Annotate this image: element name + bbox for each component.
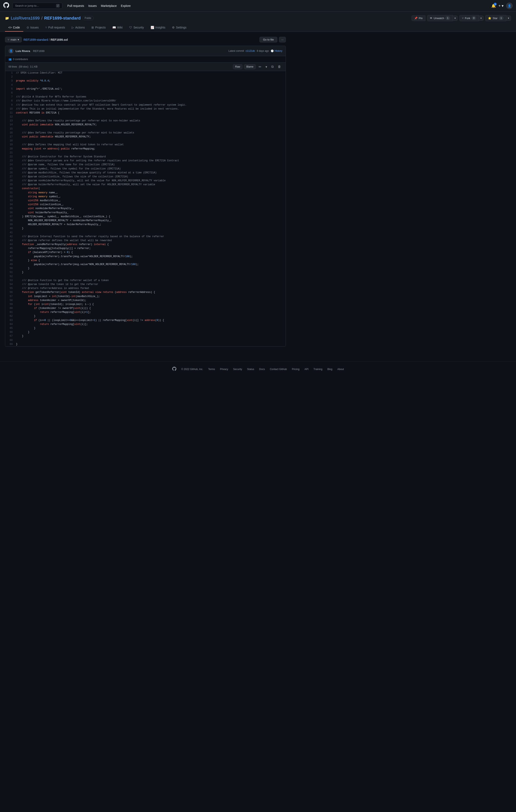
line-code: /// @notice Constructor for the Referrer… [15,155,285,159]
breadcrumb-sep: / [49,38,50,41]
footer-docs[interactable]: Docs [259,368,265,371]
commit-author[interactable]: Luis Rivera [16,50,30,53]
tab-pull-requests[interactable]: ⑂ Pull requests [42,24,68,32]
repo-name-link[interactable]: REF1699-standard [44,16,81,21]
pin-button[interactable]: 📌 Pin [412,16,425,21]
avatar[interactable]: 👤 [506,2,513,9]
tab-insights[interactable]: 📈 Insights [147,24,169,32]
edit-button[interactable]: ✏ [257,64,263,69]
history-button[interactable]: 🕐 History [271,50,282,52]
unwatch-button[interactable]: 👁 Unwatch 1 [427,15,453,21]
tab-wiki[interactable]: 📖 Wiki [109,24,126,32]
footer-status[interactable]: Status [247,368,254,371]
fork-group: ⑂ Fork 0 ▾ [459,15,484,21]
line-code: uint256 maxBatchSize_, [15,199,285,203]
table-row: 15 [5,127,285,131]
footer-api[interactable]: API [305,368,308,371]
tab-security[interactable]: 🛡 Security [126,24,147,32]
line-code: } [15,330,285,334]
main-content: ⑂ main ▾ REF1699-standard / REF1699.sol … [0,32,291,351]
footer-blog[interactable]: Blog [327,368,332,371]
line-number: 3 [5,79,15,83]
table-row: 2 [5,75,285,79]
create-button[interactable]: + ▾ [498,3,504,8]
github-logo-icon[interactable] [3,2,9,9]
page-footer: © 2022 GitHub, Inc. Terms Privacy Securi… [0,361,516,377]
nav-explore[interactable]: Explore [121,4,131,7]
fork-icon: ⑂ [462,17,464,20]
line-code [15,151,285,155]
repo-owner-link[interactable]: LuisRivera1699 [11,16,40,21]
nav-issues[interactable]: Issues [88,4,97,7]
branch-selector[interactable]: ⑂ main ▾ [5,37,22,42]
breadcrumb-root[interactable]: REF1699-standard [24,38,48,41]
star-group: ⭐ Star 1 ▾ [485,15,511,21]
line-code: NON_HOLDER_REFERRER_ROYALTY = nonHolderR… [15,219,285,223]
footer-contact[interactable]: Contact GitHub [270,368,287,371]
table-row: 65 } [5,326,285,330]
line-number: 27 [5,175,15,179]
footer-about[interactable]: About [337,368,344,371]
footer-pricing[interactable]: Pricing [292,368,300,371]
tab-issues[interactable]: ⊙ Issues [23,24,42,32]
line-code: constructor( [15,187,285,191]
table-row: 21 [5,151,285,155]
commit-author-avatar: 👤 [8,49,13,53]
repo-sep: / [41,16,42,21]
commit-time: 8 days ago [257,50,269,52]
line-code [15,115,285,119]
fork-dropdown[interactable]: ▾ [479,16,484,21]
footer-training[interactable]: Training [313,368,323,371]
line-number: 69 [5,342,15,346]
line-number: 35 [5,207,15,211]
repo-header: 📁 LuisRivera1699 / REF1699-standard Publ… [0,12,516,32]
table-row: 19 /// @dev Defines the mapping that wil… [5,143,285,147]
line-number: 7 [5,95,15,99]
copy-button[interactable]: ⧉ [270,64,275,69]
line-number: 20 [5,147,15,151]
file-header-row: ⑂ main ▾ REF1699-standard / REF1699.sol … [5,37,286,42]
global-search[interactable]: Search or jump to... / [12,3,62,9]
table-row: 7/// @title A Standard for NFTs Referrer… [5,95,285,99]
edit-dropdown-button[interactable]: ▾ [264,64,268,69]
line-number: 24 [5,163,15,167]
table-row: 40 } [5,227,285,231]
footer-privacy[interactable]: Privacy [220,368,228,371]
raw-button[interactable]: Raw [233,64,242,69]
more-button[interactable]: ··· [279,37,286,42]
fork-button[interactable]: ⑂ Fork 0 [459,15,479,21]
file-size: 3.1 KB [30,65,37,68]
main-header: Search or jump to... / Pull requests Iss… [0,0,516,12]
line-code [15,127,285,131]
nav-pull-requests[interactable]: Pull requests [67,4,84,7]
goto-file-button[interactable]: Go to file [260,37,277,42]
header-actions: 🔔 1 + ▾ 👤 [491,2,513,9]
header-nav: Pull requests Issues Marketplace Explore [67,4,131,7]
footer-terms[interactable]: Terms [208,368,215,371]
line-code: } [15,342,285,346]
blame-button[interactable]: Blame [244,64,256,69]
star-dropdown[interactable]: ▾ [506,16,511,21]
table-row: 53 /// @notice Function to get the refer… [5,279,285,283]
tab-settings[interactable]: ⚙ Settings [169,24,190,32]
tab-projects[interactable]: ⊞ Projects [88,24,109,32]
tab-code[interactable]: <> Code [5,24,23,32]
star-button[interactable]: ⭐ Star 1 [485,15,506,21]
search-shortcut: / [56,4,60,7]
unwatch-dropdown[interactable]: ▾ [453,16,458,21]
delete-button[interactable]: 🗑 [276,64,282,69]
notifications-button[interactable]: 🔔 1 [491,3,496,8]
table-row: 28 /// @param nonHolderReferrerRoyalty_ … [5,179,285,183]
line-code: return referrerMapping[uint(i)+1]; [15,310,285,314]
tab-actions[interactable]: ▷ Actions [68,24,88,32]
line-number: 2 [5,75,15,79]
security-tab-icon: 🛡 [129,26,132,29]
table-row: 24 /// @param name_ follows the name for… [5,163,285,167]
line-number: 43 [5,239,15,242]
nav-marketplace[interactable]: Marketplace [101,4,117,7]
commit-hash[interactable]: c1121dc [246,50,255,52]
footer-security[interactable]: Security [233,368,242,371]
line-code: payable(referrer).transfer(msg.value*NON… [15,263,285,266]
contributors-icon: 👥 [8,58,12,61]
line-code: } [15,334,285,338]
